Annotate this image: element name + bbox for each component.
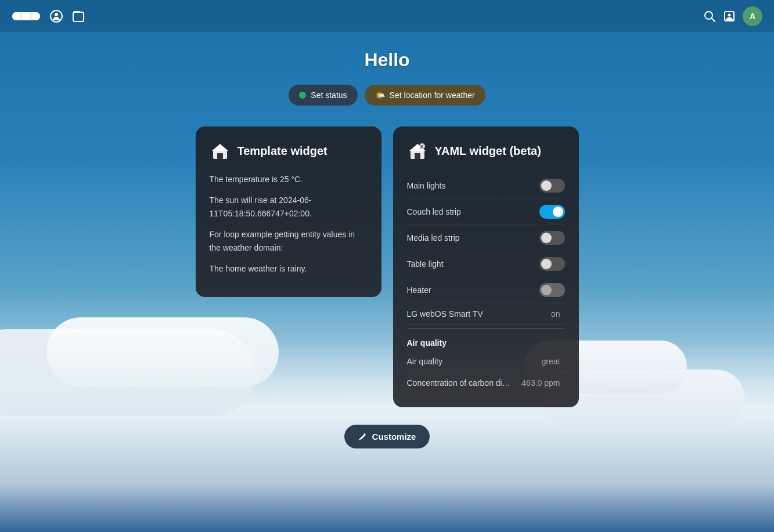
yaml-item-media-led: Media led strip bbox=[407, 225, 565, 251]
tv-value: on bbox=[551, 309, 560, 319]
set-weather-button[interactable]: 🌤️ Set location for weather bbox=[365, 85, 485, 106]
air-quality-label: Air quality bbox=[407, 357, 542, 366]
topbar-left bbox=[12, 8, 85, 24]
svg-point-5 bbox=[22, 12, 30, 20]
template-line-2: The sun will rise at 2024-06-11T05:18:50… bbox=[210, 194, 368, 220]
widgets-row: Template widget The temperature is 25 °C… bbox=[196, 126, 579, 407]
template-widget-icon bbox=[210, 140, 231, 161]
tv-label: LG webOS Smart TV bbox=[407, 309, 551, 319]
media-led-thumb bbox=[541, 233, 552, 243]
user-avatar[interactable]: A bbox=[743, 6, 762, 26]
status-dot bbox=[299, 92, 306, 99]
set-status-label: Set status bbox=[311, 91, 347, 100]
main-lights-toggle[interactable] bbox=[539, 179, 565, 193]
couch-led-track bbox=[539, 205, 565, 219]
yaml-item-heater: Heater bbox=[407, 277, 565, 303]
svg-line-12 bbox=[712, 18, 715, 21]
media-led-toggle[interactable] bbox=[539, 231, 565, 245]
media-led-track bbox=[539, 231, 565, 245]
yaml-home-icon: β bbox=[408, 142, 427, 160]
search-icon bbox=[704, 10, 715, 22]
files-icon-svg bbox=[72, 10, 85, 23]
table-light-label: Table light bbox=[407, 259, 539, 269]
set-status-button[interactable]: Set status bbox=[289, 85, 357, 106]
svg-rect-20 bbox=[415, 153, 420, 159]
air-quality-section-header: Air quality bbox=[407, 332, 565, 351]
table-light-thumb bbox=[541, 259, 552, 269]
svg-text:β: β bbox=[420, 144, 423, 149]
air-quality-value: great bbox=[542, 357, 560, 366]
contacts-button[interactable] bbox=[723, 10, 736, 23]
customize-label: Customize bbox=[372, 432, 416, 441]
yaml-item-couch-led: Couch led strip bbox=[407, 199, 565, 225]
carbon-value: 463.0 ppm bbox=[521, 378, 560, 388]
svg-point-6 bbox=[32, 12, 40, 20]
nav-files-icon[interactable] bbox=[72, 10, 85, 23]
template-line-1: The temperature is 25 °C. bbox=[210, 173, 368, 186]
main-content: Hello Set status 🌤️ Set location for wea… bbox=[0, 32, 774, 448]
yaml-item-air-quality: Air quality great bbox=[407, 351, 565, 372]
topbar: A bbox=[0, 0, 774, 32]
contacts-icon bbox=[723, 10, 735, 22]
main-lights-label: Main lights bbox=[407, 181, 539, 190]
template-widget-title: Template widget bbox=[237, 144, 327, 158]
couch-led-toggle[interactable] bbox=[539, 205, 565, 219]
weather-emoji: 🌤️ bbox=[375, 91, 385, 100]
action-buttons: Set status 🌤️ Set location for weather bbox=[289, 85, 485, 106]
set-weather-label: Set location for weather bbox=[390, 91, 475, 100]
svg-point-4 bbox=[12, 12, 20, 20]
heater-toggle[interactable] bbox=[539, 283, 565, 297]
yaml-widget: β YAML widget (beta) Main lights Couch l… bbox=[393, 126, 579, 407]
couch-led-label: Couch led strip bbox=[407, 207, 539, 216]
svg-point-14 bbox=[728, 13, 731, 16]
heater-thumb bbox=[541, 285, 552, 295]
nav-status-icon[interactable] bbox=[50, 10, 63, 23]
yaml-item-main-lights: Main lights bbox=[407, 173, 565, 199]
svg-rect-17 bbox=[217, 153, 223, 159]
template-widget-content: The temperature is 25 °C. The sun will r… bbox=[210, 173, 368, 275]
status-icon-svg bbox=[50, 10, 63, 23]
main-lights-thumb bbox=[541, 180, 552, 191]
yaml-item-carbon: Concentration of carbon di… 463.0 ppm bbox=[407, 372, 565, 393]
media-led-label: Media led strip bbox=[407, 233, 539, 243]
carbon-label: Concentration of carbon di… bbox=[407, 378, 522, 388]
logo[interactable] bbox=[12, 8, 41, 24]
svg-point-8 bbox=[55, 13, 58, 16]
yaml-divider bbox=[407, 328, 565, 329]
logo-svg bbox=[12, 8, 41, 24]
template-line-3: For loop example getting entity values i… bbox=[210, 228, 368, 254]
template-line-4: The home weather is rainy. bbox=[210, 262, 368, 275]
template-widget-header: Template widget bbox=[210, 140, 368, 161]
svg-rect-10 bbox=[73, 12, 84, 21]
table-light-toggle[interactable] bbox=[539, 257, 565, 271]
page-title: Hello bbox=[364, 49, 409, 71]
couch-led-thumb bbox=[553, 207, 563, 217]
home-icon bbox=[211, 142, 229, 160]
customize-button[interactable]: Customize bbox=[344, 425, 430, 448]
search-button[interactable] bbox=[703, 10, 716, 23]
table-light-track bbox=[539, 257, 565, 271]
yaml-widget-icon: β bbox=[407, 140, 428, 161]
heater-label: Heater bbox=[407, 285, 539, 295]
heater-track bbox=[539, 283, 565, 297]
topbar-right: A bbox=[703, 6, 762, 26]
yaml-item-table-light: Table light bbox=[407, 251, 565, 277]
customize-icon bbox=[358, 432, 368, 441]
template-widget: Template widget The temperature is 25 °C… bbox=[196, 126, 381, 297]
svg-marker-16 bbox=[212, 144, 228, 151]
main-lights-track bbox=[539, 179, 565, 193]
yaml-widget-header: β YAML widget (beta) bbox=[407, 140, 565, 161]
yaml-widget-title: YAML widget (beta) bbox=[435, 144, 541, 158]
yaml-item-tv: LG webOS Smart TV on bbox=[407, 303, 565, 325]
